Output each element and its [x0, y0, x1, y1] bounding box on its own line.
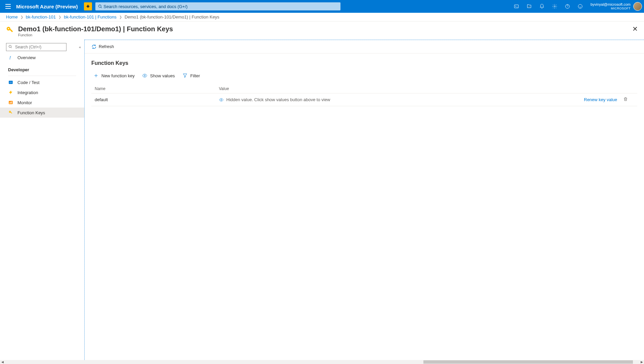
svg-rect-6	[514, 5, 518, 8]
table-header: Name Value	[91, 84, 637, 93]
scroll-track[interactable]	[5, 360, 639, 361]
close-blade-button[interactable]: ✕	[632, 25, 638, 33]
svg-point-28	[144, 75, 145, 76]
sidebar-item-label: Integration	[17, 90, 38, 95]
account-menu[interactable]: byvinyal@microsoft.com MICROSOFT	[587, 2, 644, 11]
page-title: Demo1 (bk-function-101/Demo1) | Function…	[18, 25, 173, 33]
refresh-label: Refresh	[99, 44, 114, 49]
account-org: MICROSOFT	[591, 7, 631, 10]
svg-rect-12	[9, 29, 13, 32]
svg-point-4	[98, 5, 101, 7]
svg-point-24	[10, 112, 10, 112]
sidebar-item-monitor[interactable]: Monitor	[0, 97, 84, 108]
notifications-button[interactable]	[536, 0, 548, 13]
command-bar: Refresh	[85, 40, 644, 53]
refresh-icon	[91, 44, 97, 49]
brand-label[interactable]: Microsoft Azure (Preview)	[16, 4, 78, 9]
svg-point-29	[221, 99, 222, 100]
sidebar-item-label: Code / Test	[17, 80, 40, 85]
sidebar-search-input[interactable]	[6, 43, 66, 51]
help-button[interactable]	[561, 0, 574, 13]
svg-point-9	[578, 4, 582, 8]
collapse-sidebar-button[interactable]: «	[79, 45, 81, 49]
new-function-key-button[interactable]: New function key	[93, 73, 135, 78]
key-name-cell: default	[95, 97, 219, 102]
show-values-button[interactable]: Show values	[142, 73, 175, 78]
cloud-shell-button[interactable]	[510, 0, 523, 13]
sidebar-item-label: Overview	[17, 55, 36, 60]
chevron-right-icon: ❯	[58, 15, 61, 19]
key-icon	[8, 110, 13, 115]
code-icon: </>	[8, 80, 13, 85]
sidebar-item-function-keys[interactable]: Function Keys	[0, 108, 84, 118]
section-title: Function Keys	[91, 60, 637, 66]
delete-key-button[interactable]	[617, 97, 634, 103]
page-subtitle: Function	[18, 33, 173, 37]
table-row: default Hidden value. Click show values …	[91, 93, 637, 106]
chevron-right-icon: ❯	[20, 15, 23, 19]
preview-badge[interactable]	[84, 2, 92, 10]
eye-icon	[219, 97, 224, 102]
gear-icon	[552, 4, 557, 9]
sidebar-item-label: Monitor	[17, 100, 32, 105]
breadcrumb-home[interactable]: Home	[6, 14, 18, 19]
action-label: Filter	[190, 73, 200, 78]
account-email: byvinyal@microsoft.com	[591, 2, 631, 7]
divider	[8, 76, 76, 76]
key-icon	[6, 26, 14, 35]
feedback-button[interactable]	[574, 0, 587, 13]
sidebar-item-label: Function Keys	[17, 110, 45, 115]
action-label: Show values	[150, 73, 175, 78]
scroll-thumb[interactable]	[423, 360, 633, 361]
main-layout: « ƒ Overview Developer </> Code / Test I…	[0, 40, 644, 361]
svg-rect-20	[9, 103, 10, 104]
svg-line-15	[11, 47, 12, 48]
blade-header: Demo1 (bk-function-101/Demo1) | Function…	[0, 22, 644, 40]
main-content: Refresh Function Keys New function key S…	[85, 40, 644, 361]
col-header-delete	[617, 86, 634, 91]
breadcrumb-item-1[interactable]: bk-function-101	[26, 14, 56, 19]
hidden-value-text: Hidden value. Click show values button a…	[226, 97, 330, 102]
action-row: New function key Show values Filter	[91, 73, 637, 78]
bug-icon	[86, 4, 90, 9]
account-text: byvinyal@microsoft.com MICROSOFT	[591, 2, 631, 10]
global-search-input[interactable]	[103, 4, 337, 9]
renew-key-link[interactable]: Renew key value	[584, 97, 617, 102]
svg-rect-21	[10, 102, 11, 104]
eye-icon	[142, 73, 147, 78]
content-section: Function Keys New function key Show valu…	[85, 53, 644, 113]
search-icon	[98, 4, 102, 9]
svg-point-7	[554, 6, 555, 7]
sidebar-item-integration[interactable]: Integration	[0, 87, 84, 97]
top-header: Microsoft Azure (Preview) byvinyal@micro…	[0, 0, 644, 13]
help-icon	[565, 4, 570, 9]
plus-icon	[93, 73, 99, 78]
sidebar: « ƒ Overview Developer </> Code / Test I…	[0, 40, 85, 361]
col-header-value: Value	[219, 86, 570, 91]
monitor-icon	[8, 100, 13, 105]
filter-button[interactable]: Filter	[182, 73, 200, 78]
settings-button[interactable]	[548, 0, 561, 13]
scroll-left-arrow[interactable]: ◀	[0, 360, 5, 361]
svg-text:</>: </>	[9, 81, 12, 83]
sidebar-group-developer: Developer	[0, 63, 84, 74]
sidebar-item-overview[interactable]: ƒ Overview	[0, 52, 84, 63]
directory-filter-button[interactable]	[523, 0, 536, 13]
lightning-icon	[8, 90, 13, 95]
refresh-button[interactable]: Refresh	[91, 44, 114, 49]
breadcrumb: Home ❯ bk-function-101 ❯ bk-function-101…	[0, 13, 644, 22]
function-icon: ƒ	[8, 55, 13, 60]
global-search[interactable]	[95, 2, 340, 10]
col-header-renew	[570, 86, 617, 91]
sidebar-item-code-test[interactable]: </> Code / Test	[0, 77, 84, 87]
terminal-icon	[514, 4, 519, 9]
filter-icon	[182, 73, 188, 78]
scroll-right-arrow[interactable]: ▶	[639, 360, 644, 361]
chevron-right-icon: ❯	[119, 15, 122, 19]
bell-icon	[539, 4, 545, 9]
hamburger-icon	[5, 4, 11, 9]
breadcrumb-item-2[interactable]: bk-function-101 | Functions	[64, 14, 117, 19]
horizontal-scrollbar[interactable]: ◀ ▶	[0, 360, 644, 361]
svg-point-11	[8, 28, 9, 30]
menu-button[interactable]	[0, 4, 16, 9]
